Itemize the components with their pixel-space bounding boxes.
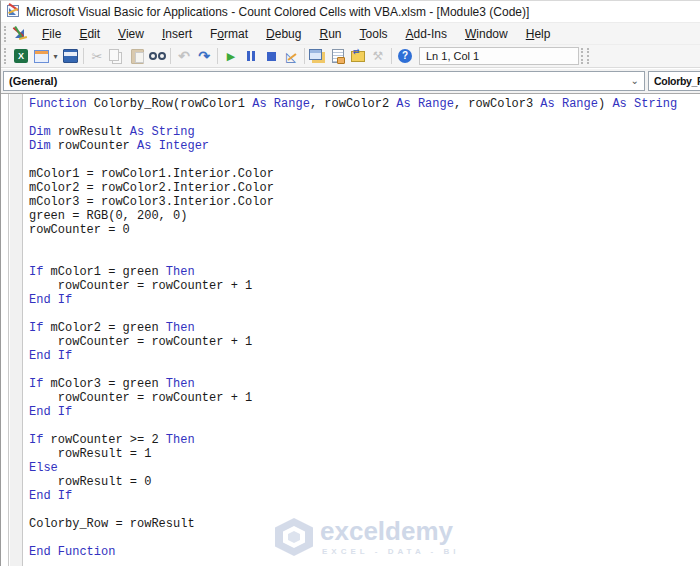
code-line [29, 111, 700, 125]
toolbar-icons: ▾ [11, 45, 415, 67]
code-line: rowCounter = 0 [29, 223, 700, 237]
code-line: End If [29, 405, 700, 419]
object-browser-icon[interactable] [348, 46, 368, 66]
code-line [29, 503, 700, 517]
code-line: mColor3 = rowColor3.Interior.Color [29, 195, 700, 209]
code-line: Dim rowCounter As Integer [29, 139, 700, 153]
redo-icon[interactable] [194, 46, 214, 66]
properties-window-icon[interactable] [328, 46, 348, 66]
help-icon[interactable] [395, 46, 415, 66]
code-line: Else [29, 461, 700, 475]
design-mode-icon[interactable] [281, 46, 301, 66]
insert-userform-icon[interactable] [31, 46, 51, 66]
code-lines[interactable]: Function Colorby_Row(rowColor1 As Range,… [29, 97, 700, 566]
menu-edit[interactable]: Edit [70, 24, 109, 44]
code-line: Dim rowResult As String [29, 125, 700, 139]
menu-addins[interactable]: Add-Ins [397, 24, 456, 44]
menubar-grip[interactable] [4, 26, 9, 42]
undo-icon [174, 46, 194, 66]
toolbar-separator [170, 48, 171, 64]
run-icon[interactable] [221, 46, 241, 66]
vba-app-icon [6, 4, 21, 19]
standard-toolbar: ▾ Ln 1, Col 1 [1, 45, 700, 68]
reset-icon[interactable] [261, 46, 281, 66]
code-line: Function Colorby_Row(rowColor1 As Range,… [29, 97, 700, 111]
menu-file[interactable]: File [33, 24, 70, 44]
code-gutter [1, 94, 9, 566]
toolbar-separator [304, 48, 305, 64]
code-line [29, 307, 700, 321]
project-explorer-icon[interactable] [308, 46, 328, 66]
toolbar-grip[interactable] [4, 48, 9, 64]
toolbar-separator [391, 48, 392, 64]
dropdown-arrow-icon[interactable]: ▾ [51, 52, 60, 61]
chevron-down-icon[interactable]: ⌄ [631, 75, 639, 86]
code-line: mColor2 = rowColor2.Interior.Color [29, 181, 700, 195]
code-line [29, 531, 700, 545]
toolbox-icon [368, 46, 388, 66]
code-line [29, 153, 700, 167]
code-window: Function Colorby_Row(rowColor1 As Range,… [1, 93, 700, 566]
code-line: rowResult = 0 [29, 475, 700, 489]
procedure-dropdown-value: Colorby_Row [654, 75, 700, 87]
break-icon[interactable] [241, 46, 261, 66]
title-bar: Microsoft Visual Basic for Applications … [1, 1, 700, 23]
menu-help[interactable]: Help [517, 24, 560, 44]
code-line: If mColor2 = green Then [29, 321, 700, 335]
view-excel-icon[interactable] [11, 46, 31, 66]
code-line: Colorby_Row = rowResult [29, 517, 700, 531]
code-line: rowResult = 1 [29, 447, 700, 461]
menu-run[interactable]: Run [310, 24, 350, 44]
find-icon[interactable] [147, 46, 167, 66]
position-box-grip[interactable] [581, 48, 589, 64]
paste-icon [127, 46, 147, 66]
code-line [29, 419, 700, 433]
code-line: green = RGB(0, 200, 0) [29, 209, 700, 223]
cursor-position-text: Ln 1, Col 1 [426, 50, 479, 62]
vba-child-window-icon[interactable] [13, 26, 29, 41]
code-line: rowCounter = rowCounter + 1 [29, 279, 700, 293]
menu-format[interactable]: Format [201, 24, 257, 44]
window-title: Microsoft Visual Basic for Applications … [26, 5, 529, 19]
code-line [29, 237, 700, 251]
margin-indicator-bar[interactable] [10, 94, 23, 566]
menu-window[interactable]: Window [456, 24, 517, 44]
menu-bar: FileEditViewInsertFormatDebugRunToolsAdd… [1, 23, 700, 45]
menu-insert[interactable]: Insert [153, 24, 201, 44]
code-line: End If [29, 489, 700, 503]
code-line: End If [29, 349, 700, 363]
copy-icon [107, 46, 127, 66]
code-line: If mColor1 = green Then [29, 265, 700, 279]
vba-editor-window: Microsoft Visual Basic for Applications … [0, 0, 700, 566]
cursor-position-box: Ln 1, Col 1 [419, 47, 579, 65]
combo-bar: (General) ⌄ Colorby_Row [1, 69, 700, 93]
code-line: End Function [29, 545, 700, 559]
code-line: If rowCounter >= 2 Then [29, 433, 700, 447]
code-line [29, 251, 700, 265]
code-line: mColor1 = rowColor1.Interior.Color [29, 167, 700, 181]
save-icon[interactable] [60, 46, 80, 66]
code-line: rowCounter = rowCounter + 1 [29, 335, 700, 349]
toolbar-separator [217, 48, 218, 64]
menubar-items: FileEditViewInsertFormatDebugRunToolsAdd… [33, 23, 559, 44]
menu-debug[interactable]: Debug [257, 24, 310, 44]
menu-view[interactable]: View [109, 24, 153, 44]
code-line: End If [29, 293, 700, 307]
object-dropdown[interactable]: (General) ⌄ [3, 71, 645, 91]
toolbar-separator [83, 48, 84, 64]
procedure-dropdown[interactable]: Colorby_Row [648, 71, 700, 91]
code-line: rowCounter = rowCounter + 1 [29, 391, 700, 405]
object-dropdown-value: (General) [9, 75, 57, 87]
code-line [29, 363, 700, 377]
menu-tools[interactable]: Tools [351, 24, 397, 44]
cut-icon [87, 46, 107, 66]
code-line: If mColor3 = green Then [29, 377, 700, 391]
